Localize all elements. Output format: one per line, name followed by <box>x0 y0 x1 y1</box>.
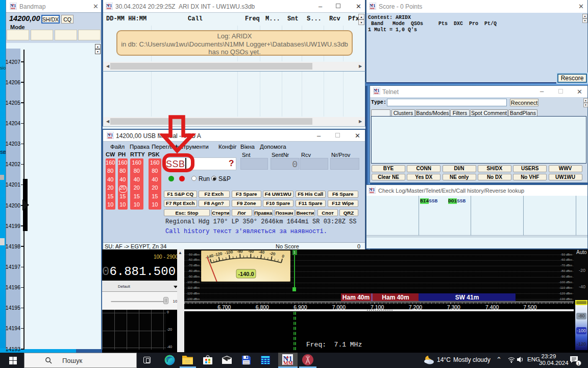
svg-text:+: + <box>286 354 289 360</box>
svg-text:+: + <box>12 3 14 7</box>
svg-text:MM: MM <box>370 7 375 10</box>
svg-text:-40: -40 <box>258 250 265 255</box>
svg-text:MM: MM <box>107 7 111 10</box>
svg-text:MM: MM <box>283 360 292 365</box>
svg-text:+: + <box>371 187 373 191</box>
svg-text:MM: MM <box>11 7 15 10</box>
svg-text:+: + <box>109 132 111 136</box>
svg-text:-80: -80 <box>237 250 243 254</box>
svg-text:MM: MM <box>370 191 374 194</box>
svg-text:MM: MM <box>374 92 379 95</box>
svg-text:+: + <box>376 88 378 91</box>
svg-text:-60: -60 <box>248 250 254 254</box>
svg-text:+: + <box>108 3 110 7</box>
svg-text:+: + <box>372 3 374 7</box>
svg-text:MM: MM <box>108 136 112 139</box>
svg-text:-140.0: -140.0 <box>238 271 254 277</box>
